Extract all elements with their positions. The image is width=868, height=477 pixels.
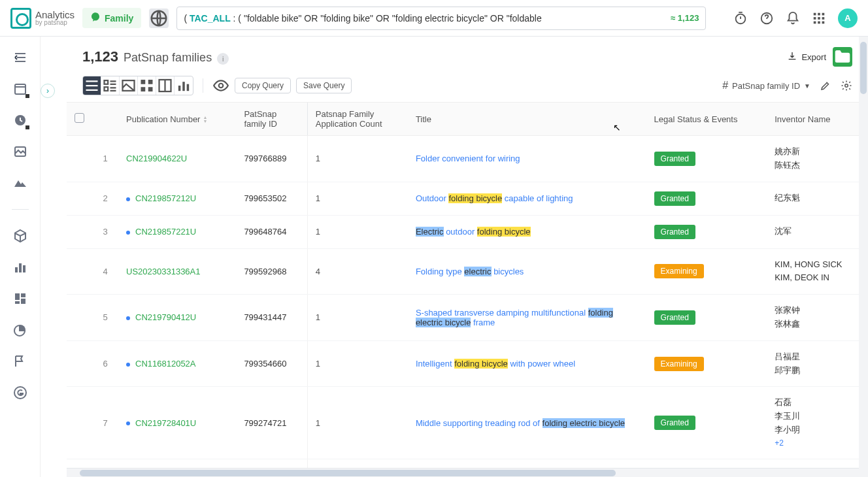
publication-number[interactable]: CN219728401U	[118, 387, 236, 459]
nav-cube-icon[interactable]	[12, 228, 28, 244]
patent-title[interactable]: Electric outdoor folding bicycle	[408, 215, 646, 248]
table-wrap[interactable]: Publication Number▲▼ PatSnapfamily ID Pa…	[67, 103, 868, 468]
inventor-names: 石磊李玉川李小明+2	[767, 387, 868, 459]
nav-flag-icon[interactable]	[12, 354, 28, 369]
svg-rect-17	[23, 265, 25, 272]
gear-icon[interactable]	[841, 80, 852, 91]
col-status[interactable]: Legal Status & Events	[646, 103, 767, 136]
checkbox-all[interactable]	[75, 113, 84, 123]
legal-status: Granted	[646, 215, 767, 248]
nav-blocks-icon[interactable]	[12, 291, 28, 306]
publication-number[interactable]: CN219904622U	[118, 136, 236, 182]
view-chart-icon[interactable]	[175, 76, 193, 95]
legal-status: Granted	[646, 182, 767, 215]
svg-rect-15	[15, 267, 18, 272]
status-badge: Granted	[654, 416, 695, 430]
search-colon: : (	[233, 13, 241, 24]
table-row[interactable]: 8CN219728441U7992626801Electric folding …	[67, 459, 868, 468]
table-row[interactable]: 1CN219904622U7997668891Folder convenient…	[67, 136, 868, 182]
view-image-icon[interactable]	[120, 76, 138, 95]
inventor-names: KIM, HONG SICKKIM, DEOK IN	[767, 248, 868, 295]
visibility-icon[interactable]	[212, 77, 229, 94]
nav-calendar-icon[interactable]	[12, 81, 28, 97]
globe-icon[interactable]	[149, 8, 169, 28]
table-row[interactable]: 5CN219790412U7994314471S-shaped transver…	[67, 295, 868, 341]
legal-status: Granted	[646, 459, 767, 468]
patent-title[interactable]: Folder convenient for wiring	[408, 136, 646, 182]
copy-query-button[interactable]: Copy Query	[235, 78, 291, 93]
v-scroll-thumb[interactable]	[860, 42, 867, 94]
apps-icon[interactable]	[812, 11, 826, 25]
view-grid-icon[interactable]	[138, 76, 156, 95]
nav-g-icon[interactable]	[12, 385, 28, 401]
family-pill[interactable]: Family	[82, 8, 141, 28]
logo[interactable]: Analytics by patsnap	[10, 8, 75, 29]
row-index: 6	[92, 340, 118, 387]
nav-mountain-icon[interactable]	[12, 175, 28, 191]
stopwatch-icon[interactable]	[733, 11, 748, 25]
col-publication[interactable]: Publication Number▲▼	[118, 103, 236, 136]
inventor-more[interactable]: +2	[775, 437, 860, 450]
patent-title[interactable]: Middle supporting treading rod of foldin…	[408, 387, 646, 459]
svg-rect-11	[822, 21, 825, 24]
nav-clock-icon[interactable]	[12, 112, 28, 128]
leaf-icon	[90, 12, 101, 24]
col-title[interactable]: Title	[408, 103, 646, 136]
table-row[interactable]: 7CN219728401U7992747211Middle supporting…	[67, 387, 868, 459]
publication-number[interactable]: CN219857221U	[118, 215, 236, 248]
table-row[interactable]: 4US20230331336A17995929684Folding type e…	[67, 248, 868, 295]
v-scrollbar[interactable]	[859, 37, 868, 477]
publication-number[interactable]: CN219728441U	[118, 459, 236, 468]
col-family-id[interactable]: PatSnapfamily ID	[236, 103, 307, 136]
publication-number[interactable]: CN219857212U	[118, 182, 236, 215]
table-row[interactable]: 2CN219857212U7996535021Outdoor folding b…	[67, 182, 868, 215]
table-row[interactable]: 3CN219857221U7996487641Electric outdoor …	[67, 215, 868, 248]
bell-icon[interactable]	[786, 11, 800, 25]
info-icon[interactable]: i	[217, 53, 229, 65]
h-scrollbar[interactable]	[67, 468, 868, 477]
nav-image-icon[interactable]	[12, 144, 28, 159]
patent-title[interactable]: Folding type electric bicycles	[408, 248, 646, 295]
sort-select[interactable]: # PatSnap family ID ▼	[722, 80, 810, 91]
patent-title[interactable]: S-shaped transverse damping multifunctio…	[408, 295, 646, 341]
collapse-handle[interactable]: ›	[41, 84, 55, 98]
view-list-icon[interactable]	[83, 76, 101, 95]
col-inventor[interactable]: Inventor Name	[767, 103, 868, 136]
status-badge: Examining	[654, 357, 704, 371]
svg-point-35	[845, 84, 848, 88]
avatar[interactable]: A	[838, 8, 858, 28]
save-query-button[interactable]: Save Query	[296, 78, 352, 93]
inventor-names: 纪东魁	[767, 182, 868, 215]
folder-button[interactable]	[833, 47, 852, 67]
nav-filter-icon[interactable]	[12, 50, 28, 65]
view-split-icon[interactable]	[156, 76, 175, 95]
col-publication-label: Publication Number	[126, 114, 200, 124]
col-app-count[interactable]: Patsnap FamilyApplication Count	[307, 103, 408, 136]
svg-rect-33	[187, 84, 190, 91]
patent-title[interactable]: Electric folding bicycle	[408, 459, 646, 468]
search-box[interactable]: ( TAC_ALL : ( "foldable bike" OR "foldin…	[176, 7, 706, 30]
publication-number[interactable]: CN116812052A	[118, 340, 236, 387]
svg-rect-19	[21, 293, 25, 297]
view-detail-icon[interactable]	[101, 76, 120, 95]
publication-number[interactable]: US20230331336A1	[118, 248, 236, 295]
patent-title[interactable]: Intelligent folding bicycle with power w…	[408, 340, 646, 387]
inventor-names: 吕福星邱宇鹏	[767, 340, 868, 387]
help-icon[interactable]	[760, 11, 774, 25]
row-index: 3	[92, 215, 118, 248]
row-index: 7	[92, 387, 118, 459]
inventor-names: 徐伯仁寇伦健	[767, 459, 868, 468]
export-button[interactable]: Export	[787, 51, 826, 63]
highlight-icon[interactable]	[820, 80, 831, 91]
family-id: 799431447	[236, 295, 307, 341]
svg-rect-31	[178, 86, 181, 91]
status-badge: Granted	[654, 310, 695, 325]
h-scroll-thumb[interactable]	[80, 470, 616, 476]
nav-bars-icon[interactable]	[12, 259, 28, 275]
app-count: 1	[307, 459, 408, 468]
toolbar: Copy Query Save Query # PatSnap family I…	[67, 72, 868, 103]
table-row[interactable]: 6CN116812052A7993546601Intelligent foldi…	[67, 340, 868, 387]
patent-title[interactable]: Outdoor folding bicycle capable of light…	[408, 182, 646, 215]
nav-pie-icon[interactable]	[12, 322, 28, 338]
publication-number[interactable]: CN219790412U	[118, 295, 236, 341]
